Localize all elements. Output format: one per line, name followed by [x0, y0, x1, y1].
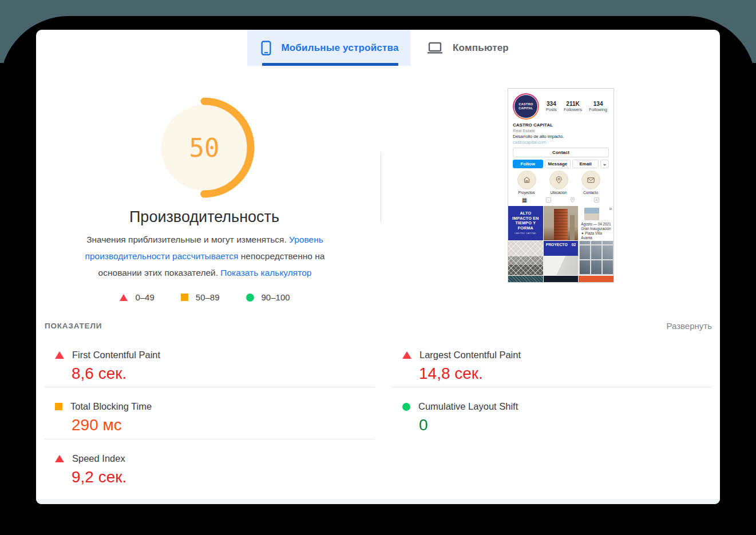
message-button: Message — [545, 160, 571, 168]
metric-value: 14,8 сек. — [419, 364, 712, 382]
avatar-logo-text: CASTRO CAPITAL — [514, 94, 538, 118]
hero-vertical-divider — [381, 152, 381, 222]
photo-grid: ALTO IMPACTO EN TIEMPO Y FORMA CASTRO CA… — [508, 206, 613, 283]
stat-followers-label: Followers — [564, 107, 582, 112]
tile-proyecto-header: PROYECTO 02 — [544, 241, 579, 256]
profile-avatar: CASTRO CAPITAL — [513, 93, 539, 120]
tab-desktop[interactable]: Компьютер — [410, 30, 525, 66]
highlight-ubicacion: Ubicación — [543, 171, 575, 195]
carousel-icon: ⧉ — [609, 207, 612, 211]
grid-posts-icon: ▦ — [522, 197, 527, 203]
metric-value: 9,2 сек. — [72, 468, 375, 486]
page-screenshot-thumbnail[interactable]: CASTRO CAPITAL 334 Posts 211K Followers … — [508, 88, 614, 283]
pass-circle-icon — [246, 294, 254, 302]
tile-photo — [584, 208, 599, 220]
building-tower — [554, 209, 568, 240]
fail-triangle-icon — [55, 351, 64, 359]
smartphone-icon — [259, 39, 273, 57]
profile-header: CASTRO CAPITAL 334 Posts 211K Followers … — [508, 89, 613, 120]
metrics-column-left: First Contentful Paint 8,6 сек. Total Bl… — [45, 343, 375, 492]
legend-range-fail: 0–49 — [135, 292, 154, 302]
pagespeed-report-card: Мобильные устройства Компьютер 50 Произв… — [36, 30, 720, 504]
legend-item-fail: 0–49 — [120, 292, 154, 302]
laptop-icon — [426, 41, 444, 56]
next-section-strip — [36, 499, 720, 504]
post-tile-alto-impacto: ALTO IMPACTO EN TIEMPO Y FORMA CASTRO CA… — [508, 206, 543, 240]
post-tile-partial-teal — [508, 276, 543, 283]
post-tile-proyecto-02: PROYECTO 02 — [544, 241, 579, 275]
metric-row-cls: Cumulative Layout Shift 0 — [392, 387, 712, 439]
tile-footer: CASTRO CAPITAL — [514, 232, 536, 235]
show-calculator-link[interactable]: Показать калькулятор — [220, 268, 311, 278]
metric-name: Speed Index — [72, 453, 125, 464]
average-square-icon — [181, 294, 188, 301]
tagged-icon — [593, 197, 600, 203]
post-tile-windows — [579, 241, 613, 275]
metrics-section-title: ПОКАЗАТЕЛИ — [45, 322, 102, 330]
score-legend: 0–49 50–89 90–100 — [67, 292, 343, 302]
metric-row-speed-index: Speed Index 9,2 сек. — [45, 439, 375, 492]
post-tile-partial-dark — [544, 276, 579, 283]
profile-stats: 334 Posts 211K Followers 134 Following — [543, 101, 609, 112]
metrics-column-right: Largest Contentful Paint 14,8 сек. Cumul… — [392, 343, 712, 439]
story-highlights: Proyectos Ubicación Contacto — [510, 171, 611, 195]
highlight-label: Ubicación — [551, 191, 567, 195]
tab-mobile[interactable]: Мобильные устройства — [247, 30, 411, 66]
stat-posts-value: 334 — [546, 101, 557, 107]
profile-category: Real Estate — [513, 128, 609, 134]
profile-name: CASTRO CAPITAL — [513, 122, 609, 128]
location-tab-icon — [569, 197, 576, 203]
metric-row-tbt: Total Blocking Time 290 мс — [45, 387, 375, 439]
follow-button: Follow — [513, 160, 543, 168]
description-text-1: Значения приблизительные и могут изменят… — [86, 235, 287, 244]
expand-metrics-link[interactable]: Развернуть — [666, 321, 712, 331]
highlight-contacto: Contacto — [575, 171, 607, 195]
performance-score-value: 50 — [147, 90, 262, 205]
metric-value: 8,6 сек. — [72, 364, 375, 382]
stat-followers-value: 211K — [564, 101, 582, 107]
highlight-label: Proyectos — [518, 191, 535, 195]
tile-title: ALTO IMPACTO EN TIEMPO Y FORMA — [510, 211, 540, 231]
fail-triangle-icon — [55, 455, 64, 462]
stat-following: 134 Following — [589, 101, 607, 112]
legend-range-average: 50–89 — [196, 292, 220, 302]
pin-icon — [549, 171, 568, 189]
metric-row-lcp: Largest Contentful Paint 14,8 сек. — [392, 343, 712, 387]
tile-proyecto-photo — [544, 256, 579, 275]
fail-triangle-icon — [120, 294, 128, 301]
profile-bio-text: Desarrollo de alto impacto. — [513, 134, 609, 140]
channel-icon — [545, 197, 552, 203]
metric-name: Largest Contentful Paint — [419, 350, 521, 360]
profile-content-tabs: ▦ — [508, 196, 613, 205]
stat-posts: 334 Posts — [546, 101, 557, 112]
tile-proyecto-title: PROYECTO — [546, 243, 568, 256]
metric-name: Cumulative Layout Shift — [418, 401, 518, 412]
legend-item-average: 50–89 — [181, 292, 220, 302]
email-button: Email — [572, 160, 599, 168]
tile-text-line: ✦ Plaza Villa Avanta — [581, 231, 611, 240]
tab-mobile-label: Мобильные устройства — [281, 42, 398, 54]
metric-value: 290 мс — [72, 416, 375, 434]
fail-triangle-icon — [402, 351, 411, 359]
chevron-down-icon: ⌄ — [600, 160, 609, 168]
post-tile-building-photo — [544, 206, 579, 240]
profile-action-buttons: Follow Message Email ⌄ — [513, 160, 609, 168]
highlight-label: Contacto — [583, 191, 598, 195]
tile-text: Agosto — 04 2021 Gran Inauguración ✦ Pla… — [581, 222, 611, 240]
highlight-proyectos: Proyectos — [510, 171, 543, 195]
contact-button: Contact — [513, 148, 609, 157]
profile-bio: CASTRO CAPITAL Real Estate Desarrollo de… — [508, 120, 613, 145]
profile-website-link: castrocapital.com — [513, 140, 609, 145]
stat-following-value: 134 — [589, 101, 607, 107]
active-tab-indicator — [262, 63, 398, 66]
legend-item-pass: 90–100 — [246, 292, 290, 302]
house-icon — [517, 171, 536, 189]
stat-posts-label: Posts — [546, 107, 557, 112]
performance-description: Значения приблизительные и могут изменят… — [67, 231, 343, 281]
tile-text-line: Agosto — 04 2021 — [581, 222, 611, 227]
average-square-icon — [55, 403, 62, 410]
building-side — [570, 215, 575, 240]
metric-name: First Contentful Paint — [72, 350, 160, 360]
tile-proyecto-number: 02 — [572, 243, 576, 256]
envelope-icon — [581, 171, 600, 189]
